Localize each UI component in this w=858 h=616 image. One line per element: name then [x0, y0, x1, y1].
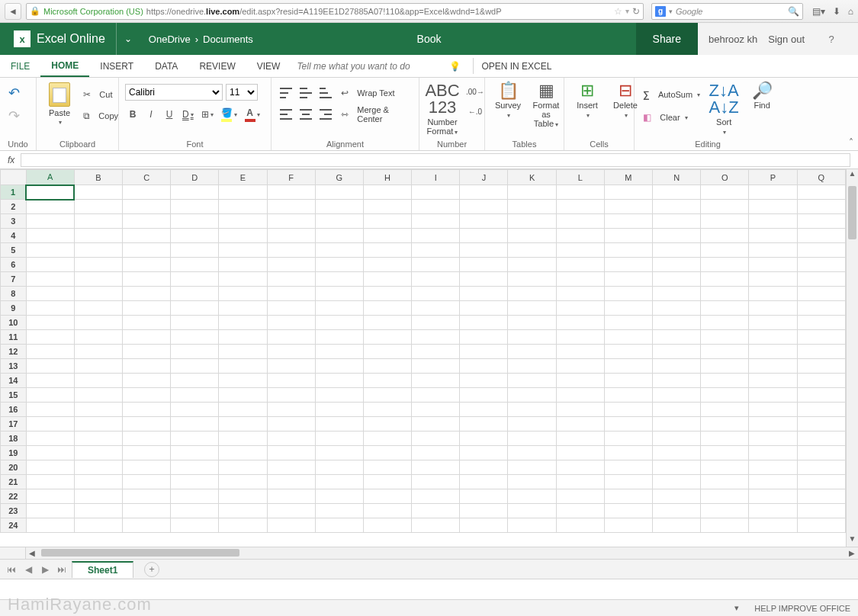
col-header-B[interactable]: B — [74, 170, 122, 185]
cell-D23[interactable] — [171, 504, 219, 518]
cell-Q2[interactable] — [797, 200, 845, 214]
cell-I13[interactable] — [412, 359, 460, 374]
cell-N13[interactable] — [653, 359, 701, 374]
cell-L16[interactable] — [556, 403, 604, 417]
number-format-button[interactable]: ABC123 Number Format▾ — [426, 81, 459, 137]
cell-A13[interactable] — [26, 359, 74, 374]
paste-button[interactable]: Paste▾ — [43, 81, 76, 127]
select-all-corner[interactable] — [1, 170, 27, 185]
cell-G21[interactable] — [315, 475, 363, 489]
cell-E17[interactable] — [219, 417, 267, 432]
scroll-left-icon[interactable]: ◀ — [26, 547, 38, 560]
cell-G12[interactable] — [315, 345, 363, 359]
cell-J4[interactable] — [460, 229, 508, 243]
cell-M1[interactable] — [604, 185, 652, 200]
cell-L1[interactable] — [556, 185, 604, 200]
cell-Q10[interactable] — [797, 316, 845, 330]
search-bar[interactable]: g ▾ Google 🔍 — [651, 3, 803, 20]
cell-C15[interactable] — [123, 388, 171, 403]
cell-C16[interactable] — [123, 403, 171, 417]
cell-H16[interactable] — [364, 403, 412, 417]
cell-H18[interactable] — [364, 432, 412, 446]
dropdown-icon[interactable]: ▾ — [625, 7, 629, 15]
cell-Q16[interactable] — [797, 403, 845, 417]
cell-D18[interactable] — [171, 432, 219, 446]
cell-G10[interactable] — [315, 316, 363, 330]
cell-A3[interactable] — [26, 214, 74, 229]
cell-O4[interactable] — [701, 229, 749, 243]
cell-M12[interactable] — [604, 345, 652, 359]
cell-O23[interactable] — [701, 504, 749, 518]
cell-M22[interactable] — [604, 489, 652, 504]
back-button[interactable]: ◄ — [5, 3, 21, 20]
cell-H10[interactable] — [364, 316, 412, 330]
cell-B18[interactable] — [74, 432, 122, 446]
cell-F10[interactable] — [267, 316, 315, 330]
cell-G18[interactable] — [315, 432, 363, 446]
cell-Q19[interactable] — [797, 446, 845, 460]
cell-C22[interactable] — [123, 489, 171, 504]
col-header-Q[interactable]: Q — [797, 170, 845, 185]
cell-F3[interactable] — [267, 214, 315, 229]
bookmark-star-icon[interactable]: ☆ — [614, 6, 622, 17]
cell-K3[interactable] — [508, 214, 556, 229]
cell-A1[interactable] — [26, 185, 74, 200]
cell-B7[interactable] — [74, 272, 122, 287]
cell-I15[interactable] — [412, 388, 460, 403]
cell-P3[interactable] — [749, 214, 797, 229]
cell-Q18[interactable] — [797, 432, 845, 446]
cell-O15[interactable] — [701, 388, 749, 403]
cell-M21[interactable] — [604, 475, 652, 489]
cell-P1[interactable] — [749, 185, 797, 200]
cell-H15[interactable] — [364, 388, 412, 403]
cell-M3[interactable] — [604, 214, 652, 229]
bold-button[interactable]: B — [125, 107, 140, 122]
cell-E20[interactable] — [219, 460, 267, 475]
cell-M7[interactable] — [604, 272, 652, 287]
cell-J11[interactable] — [460, 330, 508, 345]
cell-C9[interactable] — [123, 301, 171, 316]
align-center-button[interactable] — [297, 107, 314, 122]
cell-D16[interactable] — [171, 403, 219, 417]
formula-input[interactable] — [21, 153, 850, 167]
row-header-11[interactable]: 11 — [1, 330, 27, 345]
cell-G3[interactable] — [315, 214, 363, 229]
cell-I18[interactable] — [412, 432, 460, 446]
cell-G7[interactable] — [315, 272, 363, 287]
cell-A23[interactable] — [26, 504, 74, 518]
cell-I20[interactable] — [412, 460, 460, 475]
cell-C3[interactable] — [123, 214, 171, 229]
align-top-button[interactable] — [278, 85, 294, 101]
cell-F14[interactable] — [267, 374, 315, 388]
cell-K23[interactable] — [508, 504, 556, 518]
cell-H3[interactable] — [364, 214, 412, 229]
cell-J1[interactable] — [460, 185, 508, 200]
find-button[interactable]: 🔎 Find — [745, 81, 779, 111]
cell-A12[interactable] — [26, 345, 74, 359]
cell-D8[interactable] — [171, 287, 219, 301]
cell-O21[interactable] — [701, 475, 749, 489]
cell-A19[interactable] — [26, 446, 74, 460]
help-icon[interactable]: ? — [815, 34, 847, 45]
cell-D21[interactable] — [171, 475, 219, 489]
cell-L17[interactable] — [556, 417, 604, 432]
cell-O19[interactable] — [701, 446, 749, 460]
cell-I10[interactable] — [412, 316, 460, 330]
cell-D2[interactable] — [171, 200, 219, 214]
cell-J5[interactable] — [460, 243, 508, 258]
downloads-icon[interactable]: ⬇ — [833, 6, 840, 17]
cell-K5[interactable] — [508, 243, 556, 258]
font-name-combo[interactable]: Calibri — [125, 84, 223, 101]
cell-E9[interactable] — [219, 301, 267, 316]
cell-B10[interactable] — [74, 316, 122, 330]
cell-E4[interactable] — [219, 229, 267, 243]
cell-A10[interactable] — [26, 316, 74, 330]
cell-P6[interactable] — [749, 258, 797, 272]
cell-H20[interactable] — [364, 460, 412, 475]
cell-E14[interactable] — [219, 374, 267, 388]
col-header-L[interactable]: L — [556, 170, 604, 185]
cell-K16[interactable] — [508, 403, 556, 417]
cell-M9[interactable] — [604, 301, 652, 316]
cell-B4[interactable] — [74, 229, 122, 243]
cell-Q13[interactable] — [797, 359, 845, 374]
